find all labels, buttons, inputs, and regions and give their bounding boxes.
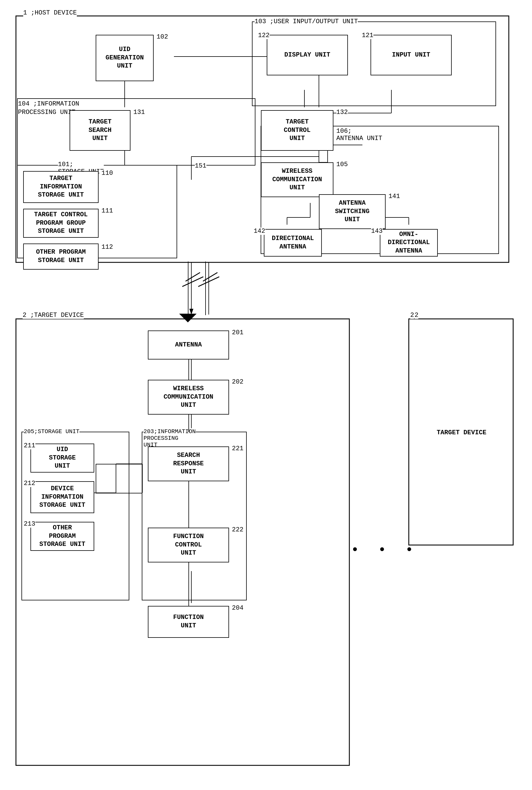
uid-generation-unit: UIDGENERATIONUNIT	[96, 35, 154, 81]
wireless-comm-unit: WIRELESSCOMMUNICATIONUNIT	[261, 162, 334, 197]
ref-131: 131	[133, 109, 145, 116]
search-response-unit: SEARCHRESPONSEUNIT	[148, 446, 229, 481]
line-wireless-info	[188, 415, 189, 432]
host-device-label: 1 ;HOST DEVICE	[23, 9, 77, 17]
ref-2-top: 2	[410, 312, 414, 319]
directional-antenna: DIRECTIONALANTENNA	[264, 229, 322, 256]
ref-212: 212	[24, 480, 35, 487]
antenna-unit-label: 106;ANTENNA UNIT	[336, 128, 382, 142]
line-storage-v	[142, 464, 142, 493]
ref-222: 222	[232, 526, 244, 534]
line-ant-wireless	[188, 360, 189, 380]
ref-110: 110	[101, 170, 113, 177]
ref-151: 151	[195, 162, 206, 170]
ref-132: 132	[336, 109, 348, 116]
target-storage-label: 205;STORAGE UNIT	[24, 428, 79, 435]
ref-122: 122	[258, 32, 270, 39]
ref-142: 142	[254, 228, 265, 235]
target-antenna: ANTENNA	[148, 330, 229, 360]
ref-201: 201	[232, 329, 244, 336]
target-device-label: 2 ;TARGET DEVICE	[23, 312, 84, 319]
user-io-label: 103 ;USER INPUT/OUTPUT UNIT	[254, 18, 358, 25]
ref-221: 221	[232, 445, 244, 452]
target-wireless-comm: WIRELESSCOMMUNICATIONUNIT	[148, 380, 229, 415]
target-search-unit: TARGETSEARCHUNIT	[70, 110, 131, 151]
target-device-2-label: 2	[415, 312, 418, 319]
line-search-function	[188, 481, 189, 528]
ref-111: 111	[101, 207, 113, 214]
line-func-ctrl-unit	[188, 562, 189, 606]
ref-204: 204	[232, 604, 244, 612]
line-storage-info	[96, 493, 142, 494]
device-info-storage: DEVICEINFORMATIONSTORAGE UNIT	[31, 481, 94, 513]
target-device-right-label: TARGET DEVICE	[415, 429, 508, 436]
other-program-storage: OTHER PROGRAMSTORAGE UNIT	[23, 244, 99, 270]
function-control-unit: FUNCTIONCONTROLUNIT	[148, 528, 229, 562]
line-storage-v2	[96, 464, 96, 493]
target-control-unit: TARGETCONTROLUNIT	[261, 110, 334, 151]
input-unit: INPUT UNIT	[370, 35, 452, 75]
display-unit: DISPLAY UNIT	[267, 35, 348, 75]
ref-121: 121	[362, 32, 374, 39]
ref-143: 143	[371, 228, 383, 235]
ref-102: 102	[156, 33, 168, 41]
ref-211: 211	[24, 442, 35, 449]
ref-112: 112	[101, 244, 113, 251]
target-info-processing-label: 203;INFORMATIONPROCESSINGUNIT	[144, 428, 196, 448]
uid-storage-unit: UIDSTORAGEUNIT	[31, 444, 94, 473]
antenna-switching-unit: ANTENNASWITCHINGUNIT	[319, 194, 385, 229]
ref-213: 213	[24, 520, 35, 528]
ellipsis-dots: • • •	[351, 542, 419, 558]
ref-141: 141	[388, 193, 400, 200]
omni-antenna: OMNI-DIRECTIONALANTENNA	[380, 229, 438, 256]
target-info-storage: TARGETINFORMATIONSTORAGE UNIT	[23, 171, 99, 203]
connector-v2	[205, 262, 206, 315]
connector-v1	[188, 262, 188, 315]
ref-202: 202	[232, 378, 244, 386]
arrow-tip	[179, 314, 196, 322]
line-storage-h2	[96, 464, 142, 464]
function-unit: FUNCTIONUNIT	[148, 606, 229, 638]
target-control-program-storage: TARGET CONTROLPROGRAM GROUPSTORAGE UNIT	[23, 209, 99, 238]
target-other-program: OTHERPROGRAMSTORAGE UNIT	[31, 522, 94, 551]
diagram-container: 1 ;HOST DEVICE UIDGENERATIONUNIT 102 103…	[0, 0, 532, 790]
ref-105: 105	[336, 161, 348, 168]
